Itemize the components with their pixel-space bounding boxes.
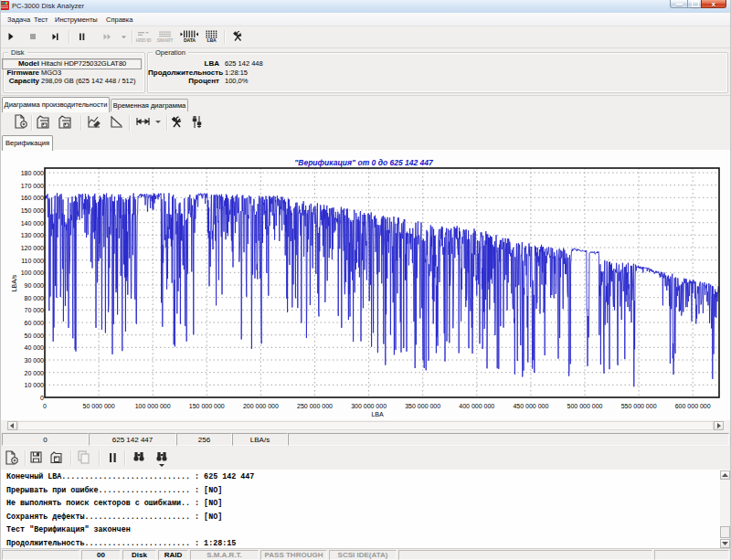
svg-text:120 000: 120 000 (21, 245, 44, 251)
svg-text:400 000 000: 400 000 000 (459, 403, 494, 409)
svg-text:140 000: 140 000 (21, 220, 44, 227)
svg-text:"Верификация" от 0 до 625 142: "Верификация" от 0 до 625 142 447 (294, 158, 434, 167)
svg-text:LBA/s: LBA/s (11, 274, 17, 291)
svg-text:DATA: DATA (184, 37, 196, 43)
svg-text:300 000 000: 300 000 000 (351, 403, 387, 409)
svg-text:SMART: SMART (157, 37, 174, 43)
svg-text:40 000: 40 000 (25, 344, 45, 351)
svg-text:0: 0 (40, 395, 44, 401)
svg-text:LBA: LBA (371, 411, 384, 417)
svg-text:130 000: 130 000 (21, 232, 44, 238)
svg-text:110 000: 110 000 (21, 258, 44, 264)
svg-text:550 000 000: 550 000 000 (621, 403, 657, 409)
svg-text:50 000 000: 50 000 000 (83, 403, 115, 409)
svg-text:20 000: 20 000 (25, 370, 45, 376)
svg-text:10 000: 10 000 (25, 382, 45, 388)
svg-text:150 000: 150 000 (21, 207, 44, 214)
svg-text:HDD ID: HDD ID (136, 37, 152, 43)
svg-text:170 000: 170 000 (21, 183, 44, 189)
svg-text:0: 0 (43, 403, 47, 409)
svg-text:80 000: 80 000 (25, 295, 45, 301)
svg-text:180 000: 180 000 (21, 170, 44, 176)
svg-text:LBA: LBA (207, 37, 217, 43)
svg-text:250 000 000: 250 000 000 (297, 403, 333, 409)
svg-text:350 000 000: 350 000 000 (405, 403, 440, 409)
svg-text:200 000 000: 200 000 000 (243, 403, 279, 409)
svg-text:60 000: 60 000 (25, 320, 45, 326)
svg-text:500 000 000: 500 000 000 (567, 403, 603, 409)
svg-text:30 000: 30 000 (25, 357, 45, 364)
svg-text:450 000 000: 450 000 000 (513, 403, 548, 409)
svg-text:600 000 000: 600 000 000 (675, 403, 711, 409)
svg-text:100 000: 100 000 (21, 269, 44, 276)
svg-text:90 000: 90 000 (25, 282, 45, 289)
svg-text:50 000: 50 000 (25, 333, 45, 339)
svg-text:100 000 000: 100 000 000 (135, 403, 171, 409)
svg-text:150 000 000: 150 000 000 (189, 403, 225, 409)
svg-text:160 000: 160 000 (21, 195, 44, 201)
svg-text:70 000: 70 000 (25, 307, 45, 313)
